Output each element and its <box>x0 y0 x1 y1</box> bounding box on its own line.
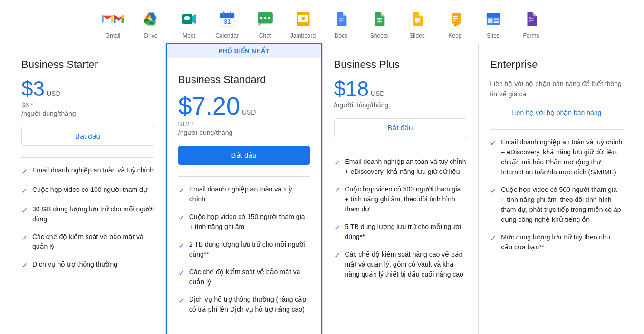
plan-card-plus: Business Plus $18 USD /người dùng/thángB… <box>322 43 479 334</box>
btn-start-plus[interactable]: Bắt đầu <box>334 118 467 137</box>
price-row-plus: $18 USD <box>334 78 467 99</box>
pricing-section: Business Starter $3 USD $6 */người dùng/… <box>0 43 644 334</box>
chat-icon <box>254 8 277 30</box>
feature-text: 5 TB dung lượng lưu trữ cho mỗi người dù… <box>345 222 467 242</box>
svg-text:31: 31 <box>223 19 230 25</box>
svg-point-14 <box>264 17 266 19</box>
price-period-starter: /người dùng/tháng <box>21 110 154 117</box>
meet-icon <box>178 8 201 30</box>
svg-rect-27 <box>415 18 420 22</box>
feature-text: Các chế độ kiểm soát nâng cao về bảo mật… <box>345 249 467 279</box>
price-amount-plus: $18 <box>334 78 369 99</box>
check-icon: ✓ <box>21 260 28 271</box>
svg-rect-38 <box>494 21 499 23</box>
check-icon: ✓ <box>178 267 184 279</box>
docs-icon <box>330 8 353 30</box>
price-period-standard: /người dùng/tháng <box>178 129 310 136</box>
sites-icon <box>482 8 505 30</box>
app-item-slides[interactable]: Slides <box>400 8 434 39</box>
app-item-forms[interactable]: Forms <box>514 8 548 39</box>
price-row-starter: $3 USD <box>21 78 154 99</box>
price-amount-standard: $7.20 <box>178 94 240 118</box>
divider-enterprise <box>490 129 623 130</box>
plan-card-starter: Business Starter $3 USD $6 */người dùng/… <box>10 43 166 334</box>
feature-text: Mức dung lượng lưu trữ tuỳ theo nhu cầu … <box>501 232 623 252</box>
feature-text: 30 GB dung lượng lưu trữ cho mỗi người d… <box>32 204 154 224</box>
app-bar: Gmail Drive Meet <box>0 0 644 43</box>
svg-rect-35 <box>486 16 500 17</box>
divider-plus <box>334 149 467 149</box>
feature-text: Cuộc họp video có 500 người tham gia + t… <box>345 184 467 214</box>
svg-rect-41 <box>529 22 532 22</box>
app-label-sheets: Sheets <box>370 32 388 39</box>
feature-text: Dịch vụ hỗ trợ thông thường (nâng cấp có… <box>189 295 310 315</box>
feature-item: ✓ Email doanh nghiệp an toàn và tuỳ chỉn… <box>178 184 310 204</box>
feature-item: ✓ 5 TB dung lượng lưu trữ cho mỗi người … <box>334 222 467 242</box>
feature-item: ✓ Các chế độ kiểm soát về bảo mật và quả… <box>21 232 154 252</box>
check-icon: ✓ <box>178 185 184 196</box>
plan-wrapper-plus: Business Plus $18 USD /người dùng/thángB… <box>322 43 479 334</box>
check-icon: ✓ <box>178 240 184 251</box>
app-label-gmail: Gmail <box>106 32 120 39</box>
feature-item: ✓ Email doanh nghiệp an toàn và tuỳ chỉn… <box>490 137 623 177</box>
feature-text: Email doanh nghiệp an toàn và tuỳ chỉnh … <box>345 157 467 177</box>
drive-icon <box>140 8 163 30</box>
svg-rect-20 <box>339 19 344 19</box>
price-currency-starter: USD <box>47 90 61 97</box>
check-icon: ✓ <box>21 232 28 244</box>
svg-marker-4 <box>192 14 196 24</box>
app-item-gmail[interactable]: Gmail <box>96 8 130 39</box>
contact-link-enterprise[interactable]: Liên hệ với bộ phận bán hàng <box>490 107 623 118</box>
app-item-drive[interactable]: Drive <box>134 8 168 39</box>
plan-wrapper-standard: PHỔ BIẾN NHẤTBusiness Standard $7.20 USD… <box>166 43 322 334</box>
app-item-sheets[interactable]: Sheets <box>362 8 396 39</box>
feature-text: Các chế độ kiểm soát về bảo mật và quản … <box>189 267 310 287</box>
svg-point-13 <box>260 17 262 19</box>
svg-rect-8 <box>220 16 234 18</box>
app-item-sites[interactable]: Sites <box>476 8 510 39</box>
check-icon: ✓ <box>490 233 496 244</box>
forms-icon <box>520 8 543 30</box>
svg-rect-1 <box>111 16 112 22</box>
feature-item: ✓ Cuộc họp video có 100 người tham dự <box>21 185 154 197</box>
feature-text: Cuộc họp video có 500 người tham gia + t… <box>501 185 623 225</box>
svg-rect-29 <box>454 25 456 26</box>
feature-item: ✓ Dịch vụ hỗ trợ thông thường <box>21 259 154 271</box>
feature-text: Email doanh nghiệp an toàn và tuỳ chỉnh <box>189 184 310 204</box>
plan-card-enterprise: EnterpriseLiên hệ với bộ phận bán hàng đ… <box>478 43 634 334</box>
check-icon: ✓ <box>178 212 184 224</box>
svg-rect-11 <box>230 11 231 15</box>
app-item-meet[interactable]: Meet <box>172 8 206 39</box>
feature-item: ✓ Cuộc họp video có 150 người tham gia +… <box>178 212 310 232</box>
app-item-jamboard[interactable]: Jamboard <box>286 8 320 39</box>
plan-card-standard: Business Standard $7.20 USD $12 */người … <box>166 58 322 334</box>
plan-wrapper-enterprise: EnterpriseLiên hệ với bộ phận bán hàng đ… <box>478 43 634 334</box>
app-label-sites: Sites <box>487 32 500 39</box>
feature-item: ✓ Email doanh nghiệp an toàn và tuỳ chỉn… <box>334 157 467 177</box>
svg-rect-42 <box>529 17 531 17</box>
check-icon: ✓ <box>21 205 28 216</box>
feature-text: Dịch vụ hỗ trợ thông thường <box>32 259 117 269</box>
btn-start-standard[interactable]: Bắt đầu <box>178 146 310 165</box>
plan-name-starter: Business Starter <box>21 58 154 71</box>
svg-rect-28 <box>416 22 418 22</box>
app-item-docs[interactable]: Docs <box>324 8 358 39</box>
plan-wrapper-starter: Business Starter $3 USD $6 */người dùng/… <box>10 43 166 334</box>
plan-name-plus: Business Plus <box>334 58 467 71</box>
app-label-forms: Forms <box>523 32 539 39</box>
price-amount-starter: $3 <box>21 78 45 99</box>
jamboard-icon <box>292 8 315 30</box>
app-item-chat[interactable]: Chat <box>248 8 282 39</box>
price-row-standard: $7.20 USD <box>178 94 310 118</box>
feature-item: ✓ 30 GB dung lượng lưu trữ cho mỗi người… <box>21 204 154 224</box>
feature-text: Email doanh nghiệp an toàn và tuỳ chỉnh … <box>501 137 623 177</box>
app-item-calendar[interactable]: 31 Calendar <box>210 8 244 39</box>
app-label-docs: Docs <box>335 32 347 39</box>
btn-start-starter[interactable]: Bắt đầu <box>21 127 154 146</box>
divider-standard <box>178 176 310 177</box>
app-label-drive: Drive <box>144 32 157 39</box>
feature-item: ✓ 2 TB dung lượng lưu trữ cho mỗi người … <box>178 239 310 259</box>
app-item-keep[interactable]: Keep <box>438 8 472 39</box>
app-label-slides: Slides <box>409 32 425 39</box>
check-icon: ✓ <box>21 166 28 177</box>
